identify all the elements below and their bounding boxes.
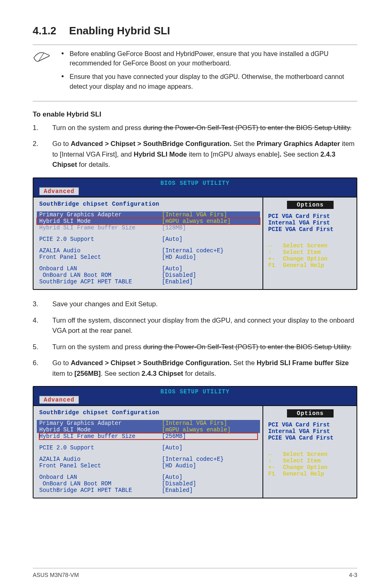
bios-setting-value: [Enabled] — [162, 278, 193, 285]
bios-nav-text: Change Option — [283, 464, 327, 471]
bios-options-list: PCI VGA Card First Internal VGA First PC… — [268, 422, 352, 441]
step-text: Turn off the system, disconnect your dis… — [52, 315, 357, 336]
bios-option[interactable]: Internal VGA First — [268, 220, 352, 226]
bios-panel-title: SouthBridge chipset Configuration — [39, 201, 258, 207]
bios-setting-row[interactable]: Primary Graphics Adapter[Internal VGA Fi… — [37, 420, 260, 426]
step-text: Go to Advanced > Chipset > SouthBridge C… — [52, 358, 357, 379]
bios-setting-row[interactable]: OnBoard LAN Boot ROM[Disabled] — [39, 480, 258, 487]
bios-setting-value: [Internal VGA Firs] — [162, 420, 227, 426]
bios-setting-row[interactable]: Hybrid SLI Mode[mGPU always enable] — [37, 426, 260, 433]
section-heading: 4.1.2 Enabling Hybrid SLI — [33, 25, 357, 37]
note-text: Before enabling GeForce Boost and Hybrid… — [69, 49, 357, 68]
bios-setting-row[interactable]: Front Panel Select[HD Audio] — [39, 254, 258, 260]
bios-nav-text: Select Item — [283, 249, 321, 256]
bios-nav-help: ↔Select Screen↕Select Item+-Change Optio… — [268, 242, 352, 269]
note-item: Ensure that you have connected your disp… — [61, 72, 357, 91]
bios-title: BIOS SETUP UTILITY — [34, 387, 356, 396]
page-footer: ASUS M3N78-VM 4-3 — [33, 568, 357, 578]
bios-setting-value: [Disabled] — [162, 272, 196, 278]
bios-option[interactable]: PCIE VGA Card First — [268, 435, 352, 441]
bios-setting-row[interactable]: Primary Graphics Adapter[Internal VGA Fi… — [37, 211, 260, 218]
bios-spacer — [39, 440, 258, 444]
bios-tab-advanced[interactable]: Advanced — [39, 396, 79, 404]
bios-setting-row[interactable]: Hybrid SLI Frame buffer Size[256MB] — [39, 433, 258, 440]
bios-options-title: Options — [287, 409, 334, 417]
bios-options-title-wrap: Options — [268, 409, 352, 417]
bios-option[interactable]: PCIE VGA Card First — [268, 226, 352, 233]
bios-panel: BIOS SETUP UTILITY Advanced SouthBridge … — [33, 177, 357, 290]
note-block: Before enabling GeForce Boost and Hybrid… — [33, 45, 357, 101]
bios-panel: BIOS SETUP UTILITY Advanced SouthBridge … — [33, 386, 357, 498]
note-item: Before enabling GeForce Boost and Hybrid… — [61, 49, 357, 68]
bios-setting-row[interactable]: SouthBridge ACPI HPET TABLE[Enabled] — [39, 487, 258, 494]
bios-nav-text: Change Option — [283, 256, 327, 262]
bios-spacer — [39, 469, 258, 474]
step-text: Turn on the system and press during the … — [52, 123, 352, 133]
steps-list: 3.Save your changes and Exit Setup.4.Tur… — [33, 299, 357, 379]
bios-setting-value: [mGPU always enable] — [162, 426, 231, 433]
steps-list: 1.Turn on the system and press during th… — [33, 123, 357, 170]
bios-nav-row: +-Change Option — [268, 256, 352, 262]
bios-setting-value: [Disabled] — [162, 480, 196, 487]
bios-nav-row: F1General Help — [268, 471, 352, 477]
bios-setting-row[interactable]: OnBoard LAN Boot ROM[Disabled] — [39, 272, 258, 278]
bios-spacer — [39, 231, 258, 236]
bios-setting-row[interactable]: Hybrid SLI Frame buffer Size[128MB] — [39, 224, 258, 231]
bios-setting-row[interactable]: AZALIA Audio[Internal codec+E} — [39, 247, 258, 254]
step-number: 4. — [33, 315, 43, 336]
bios-setting-label: SouthBridge ACPI HPET TABLE — [39, 278, 162, 285]
bios-setting-row[interactable]: AZALIA Audio[Internal codec+E} — [39, 456, 258, 462]
bios-option[interactable]: PCI VGA Card First — [268, 422, 352, 428]
bios-setting-value: [Auto] — [162, 474, 182, 480]
bios-nav-text: Select Screen — [283, 242, 327, 249]
bios-setting-value: [HD Audio] — [162, 254, 196, 260]
bios-setting-value: [Auto] — [162, 444, 182, 451]
bios-nav-row: ↔Select Screen — [268, 242, 352, 249]
bios-setting-value: [Auto] — [162, 265, 182, 272]
bios-spacer — [39, 242, 258, 247]
bios-option[interactable]: Internal VGA First — [268, 428, 352, 435]
bios-nav-row: F1General Help — [268, 262, 352, 269]
bios-nav-key: +- — [268, 464, 279, 471]
bios-nav-row: +-Change Option — [268, 464, 352, 471]
bios-settings-list: Primary Graphics Adapter[Internal VGA Fi… — [39, 211, 258, 285]
section-number: 4.1.2 — [33, 25, 56, 37]
bios-setting-row[interactable]: Onboard LAN[Auto] — [39, 474, 258, 480]
bios-setting-row[interactable]: Front Panel Select[HD Audio] — [39, 462, 258, 469]
bios-setting-row[interactable]: SouthBridge ACPI HPET TABLE[Enabled] — [39, 278, 258, 285]
bios-setting-value: [Internal VGA Firs] — [162, 211, 227, 218]
bios-setting-value: [256MB] — [162, 433, 186, 440]
bios-nav-key: F1 — [268, 262, 279, 269]
bios-tab-advanced[interactable]: Advanced — [39, 187, 79, 195]
note-list: Before enabling GeForce Boost and Hybrid… — [61, 49, 357, 95]
bios-setting-row[interactable]: Hybrid SLI Mode[mGPU always enable] — [37, 218, 260, 224]
bios-nav-row: ↔Select Screen — [268, 451, 352, 458]
bios-nav-key: ↔ — [268, 242, 279, 249]
bios-body: SouthBridge chipset Configuration Primar… — [34, 405, 356, 498]
step-item: 6.Go to Advanced > Chipset > SouthBridge… — [33, 358, 357, 379]
bios-nav-text: General Help — [283, 471, 324, 477]
bios-nav-key: ↔ — [268, 451, 279, 458]
bios-setting-label: PCIE 2.0 Support — [39, 444, 162, 451]
bios-setting-row[interactable]: Onboard LAN[Auto] — [39, 265, 258, 272]
bios-setting-value: [Auto] — [162, 236, 182, 242]
bios-setting-row[interactable]: PCIE 2.0 Support[Auto] — [39, 236, 258, 242]
bios-setting-label: Hybrid SLI Frame buffer Size — [39, 224, 162, 231]
subheading-enable: To enable Hybrid SLI — [33, 110, 357, 119]
bios-option[interactable]: PCI VGA Card First — [268, 213, 352, 220]
bios-setting-label: OnBoard LAN Boot ROM — [39, 480, 162, 487]
bios-nav-key: ↕ — [268, 249, 279, 256]
step-item: 3.Save your changes and Exit Setup. — [33, 299, 357, 310]
bios-right-pane: Options PCI VGA Card First Internal VGA … — [262, 197, 356, 289]
step-number: 3. — [33, 299, 43, 310]
bios-options-title-wrap: Options — [268, 201, 352, 209]
bios-setting-label: AZALIA Audio — [39, 456, 162, 462]
bios-setting-row[interactable]: PCIE 2.0 Support[Auto] — [39, 444, 258, 451]
bios-setting-value: [HD Audio] — [162, 462, 196, 469]
bios-setting-label: OnBoard LAN Boot ROM — [39, 272, 162, 278]
bios-setting-label: Front Panel Select — [39, 462, 162, 469]
bios-setting-label: Primary Graphics Adapter — [39, 420, 162, 426]
step-item: 5.Turn on the system and press during th… — [33, 342, 357, 352]
bios-setting-value: [Enabled] — [162, 487, 193, 494]
step-number: 6. — [33, 358, 43, 379]
